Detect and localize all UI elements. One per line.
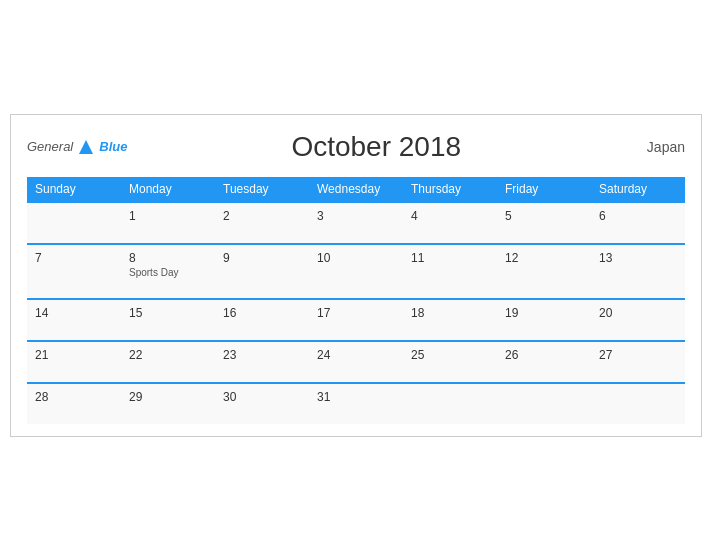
calendar-cell: 31 [309,383,403,424]
calendar-cell: 29 [121,383,215,424]
day-number: 31 [317,390,395,404]
calendar-cell: 12 [497,244,591,299]
calendar-cell [27,202,121,244]
day-number: 29 [129,390,207,404]
day-number: 17 [317,306,395,320]
calendar-cell: 22 [121,341,215,383]
calendar-cell: 19 [497,299,591,341]
calendar-cell [591,383,685,424]
calendar-cell: 23 [215,341,309,383]
day-number: 10 [317,251,395,265]
svg-marker-0 [79,140,93,154]
day-number: 9 [223,251,301,265]
day-number: 18 [411,306,489,320]
calendar-title: October 2018 [127,131,625,163]
day-number: 19 [505,306,583,320]
day-number: 6 [599,209,677,223]
calendar-cell: 15 [121,299,215,341]
calendar-cell: 14 [27,299,121,341]
calendar-cell: 20 [591,299,685,341]
calendar-cell: 4 [403,202,497,244]
calendar-cell [497,383,591,424]
day-number: 13 [599,251,677,265]
day-number: 26 [505,348,583,362]
calendar-cell: 10 [309,244,403,299]
day-number: 16 [223,306,301,320]
weekday-header: Tuesday [215,177,309,202]
calendar-cell: 6 [591,202,685,244]
logo-general-text: General [27,139,73,154]
weekday-header: Thursday [403,177,497,202]
day-number: 30 [223,390,301,404]
calendar-week-row: 28293031 [27,383,685,424]
calendar-week-row: 21222324252627 [27,341,685,383]
calendar-cell: 2 [215,202,309,244]
weekday-header-row: SundayMondayTuesdayWednesdayThursdayFrid… [27,177,685,202]
day-number: 8 [129,251,207,265]
calendar-container: General Blue October 2018 Japan SundayMo… [10,114,702,437]
weekday-header: Sunday [27,177,121,202]
calendar-cell: 8Sports Day [121,244,215,299]
day-number: 12 [505,251,583,265]
calendar-cell: 21 [27,341,121,383]
calendar-cell: 24 [309,341,403,383]
calendar-cell: 3 [309,202,403,244]
day-number: 23 [223,348,301,362]
calendar-week-row: 123456 [27,202,685,244]
day-number: 15 [129,306,207,320]
calendar-cell: 18 [403,299,497,341]
day-number: 22 [129,348,207,362]
day-number: 1 [129,209,207,223]
calendar-cell: 5 [497,202,591,244]
calendar-cell: 9 [215,244,309,299]
day-number: 21 [35,348,113,362]
event-label: Sports Day [129,267,207,278]
logo-icon [77,138,95,156]
calendar-cell: 7 [27,244,121,299]
calendar-cell: 26 [497,341,591,383]
weekday-header: Monday [121,177,215,202]
country-label: Japan [625,139,685,155]
day-number: 7 [35,251,113,265]
weekday-header: Saturday [591,177,685,202]
calendar-cell: 13 [591,244,685,299]
calendar-cell: 30 [215,383,309,424]
calendar-week-row: 14151617181920 [27,299,685,341]
calendar-cell: 25 [403,341,497,383]
weekday-header: Wednesday [309,177,403,202]
day-number: 3 [317,209,395,223]
day-number: 20 [599,306,677,320]
logo-blue-text: Blue [99,139,127,154]
day-number: 11 [411,251,489,265]
calendar-header: General Blue October 2018 Japan [27,131,685,163]
calendar-cell: 1 [121,202,215,244]
calendar-cell [403,383,497,424]
day-number: 5 [505,209,583,223]
day-number: 4 [411,209,489,223]
day-number: 24 [317,348,395,362]
day-number: 27 [599,348,677,362]
day-number: 2 [223,209,301,223]
calendar-table: SundayMondayTuesdayWednesdayThursdayFrid… [27,177,685,424]
day-number: 14 [35,306,113,320]
calendar-cell: 16 [215,299,309,341]
calendar-week-row: 78Sports Day910111213 [27,244,685,299]
calendar-cell: 11 [403,244,497,299]
calendar-cell: 27 [591,341,685,383]
logo: General Blue [27,138,127,156]
calendar-cell: 28 [27,383,121,424]
weekday-header: Friday [497,177,591,202]
day-number: 28 [35,390,113,404]
calendar-cell: 17 [309,299,403,341]
day-number: 25 [411,348,489,362]
